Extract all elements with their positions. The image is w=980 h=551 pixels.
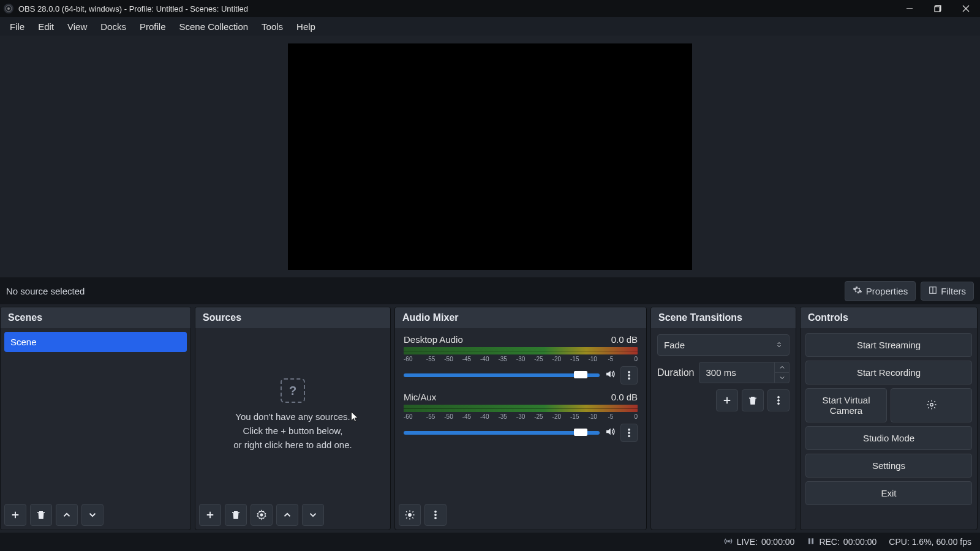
dock-sources: Sources ? You don't have any sources. Cl… bbox=[195, 307, 391, 530]
gear-icon bbox=[853, 285, 862, 297]
svg-point-12 bbox=[628, 371, 630, 373]
broadcast-icon bbox=[723, 536, 733, 548]
preview-canvas[interactable] bbox=[288, 43, 692, 270]
dock-transitions-title: Scene Transitions bbox=[651, 307, 796, 328]
source-toolbar: No source selected Properties Filters bbox=[0, 277, 980, 304]
duration-stepper[interactable]: 300 ms bbox=[699, 362, 790, 383]
menu-profile[interactable]: Profile bbox=[134, 19, 172, 34]
stepper-up[interactable] bbox=[775, 362, 790, 372]
menu-docks[interactable]: Docks bbox=[94, 19, 132, 34]
window-title: OBS 28.0.0 (64-bit, windows) - Profile: … bbox=[18, 4, 248, 13]
meter-ticks: -60-55-50-45-40-35-30-25-20-15-10-50 bbox=[404, 413, 638, 420]
speaker-icon[interactable] bbox=[605, 369, 616, 382]
track-menu-button[interactable] bbox=[620, 366, 638, 384]
speaker-icon[interactable] bbox=[605, 426, 616, 440]
svg-point-25 bbox=[930, 403, 933, 406]
svg-point-14 bbox=[628, 378, 630, 380]
filters-button[interactable]: Filters bbox=[921, 282, 974, 301]
svg-point-20 bbox=[435, 514, 437, 516]
scene-down-button[interactable] bbox=[81, 504, 104, 526]
start-virtual-camera-button[interactable]: Start Virtual Camera bbox=[805, 388, 887, 422]
transition-selected: Fade bbox=[664, 340, 685, 350]
dock-mixer-title: Audio Mixer bbox=[395, 307, 646, 328]
virtual-camera-settings-button[interactable] bbox=[891, 388, 972, 422]
audio-meter bbox=[404, 405, 638, 412]
transition-menu-button[interactable] bbox=[767, 389, 790, 411]
maximize-button[interactable] bbox=[924, 0, 952, 17]
audio-meter bbox=[404, 347, 638, 354]
menu-view[interactable]: View bbox=[61, 19, 93, 34]
svg-rect-27 bbox=[809, 538, 810, 544]
source-add-button[interactable] bbox=[199, 504, 221, 526]
svg-point-16 bbox=[628, 432, 630, 434]
gear-icon bbox=[926, 399, 937, 412]
track-menu-button[interactable] bbox=[620, 424, 638, 442]
scene-add-button[interactable] bbox=[4, 504, 26, 526]
mixer-settings-button[interactable] bbox=[399, 504, 421, 526]
menu-scene-collection[interactable]: Scene Collection bbox=[173, 19, 255, 34]
menu-help[interactable]: Help bbox=[290, 19, 322, 34]
svg-rect-28 bbox=[812, 538, 814, 544]
studio-mode-button[interactable]: Studio Mode bbox=[805, 426, 972, 450]
track-name: Desktop Audio bbox=[404, 334, 463, 345]
source-remove-button[interactable] bbox=[225, 504, 247, 526]
source-down-button[interactable] bbox=[302, 504, 324, 526]
source-status: No source selected bbox=[6, 286, 85, 296]
exit-button[interactable]: Exit bbox=[805, 481, 972, 505]
settings-button[interactable]: Settings bbox=[805, 454, 972, 478]
minimize-button[interactable] bbox=[895, 0, 924, 17]
svg-point-13 bbox=[628, 375, 630, 377]
filters-label: Filters bbox=[941, 286, 966, 296]
dock-scenes: Scenes Scene bbox=[0, 307, 191, 530]
close-button[interactable] bbox=[952, 0, 980, 17]
mixer-menu-button[interactable] bbox=[424, 504, 447, 526]
transition-remove-button[interactable] bbox=[742, 389, 764, 411]
sources-list[interactable]: ? You don't have any sources. Click the … bbox=[195, 328, 390, 500]
mixer-track-desktop: Desktop Audio 0.0 dB -60-55-50-45-40-35-… bbox=[400, 332, 641, 389]
track-name: Mic/Aux bbox=[404, 392, 436, 402]
transition-add-button[interactable] bbox=[716, 389, 738, 411]
svg-point-18 bbox=[409, 514, 412, 517]
scene-remove-button[interactable] bbox=[30, 504, 52, 526]
dock-sources-title: Sources bbox=[195, 307, 390, 328]
volume-slider[interactable] bbox=[404, 373, 600, 377]
svg-point-11 bbox=[260, 514, 263, 517]
source-up-button[interactable] bbox=[276, 504, 298, 526]
chevron-updown-icon bbox=[775, 340, 783, 350]
menu-file[interactable]: File bbox=[4, 19, 31, 34]
start-streaming-button[interactable]: Start Streaming bbox=[805, 333, 972, 357]
sources-empty-line1: You don't have any sources. bbox=[235, 411, 350, 422]
properties-button[interactable]: Properties bbox=[845, 281, 916, 301]
pause-icon bbox=[807, 537, 815, 547]
svg-point-23 bbox=[778, 400, 780, 402]
status-rec: REC: 00:00:00 bbox=[807, 537, 876, 547]
duration-label: Duration bbox=[657, 367, 694, 378]
app-icon bbox=[4, 4, 13, 13]
sources-empty: ? You don't have any sources. Click the … bbox=[199, 332, 386, 497]
scene-item[interactable]: Scene bbox=[4, 332, 187, 352]
dock-transitions: Scene Transitions Fade Duration 300 ms bbox=[650, 307, 796, 530]
menu-tools[interactable]: Tools bbox=[255, 19, 289, 34]
svg-rect-6 bbox=[935, 7, 940, 12]
transition-select[interactable]: Fade bbox=[657, 334, 790, 356]
status-cpu: CPU: 1.6%, 60.00 fps bbox=[889, 537, 971, 547]
svg-point-22 bbox=[778, 396, 780, 398]
svg-point-17 bbox=[628, 435, 630, 437]
properties-label: Properties bbox=[866, 286, 908, 296]
source-properties-button[interactable] bbox=[251, 504, 273, 526]
menubar: File Edit View Docks Profile Scene Colle… bbox=[0, 17, 980, 36]
question-icon: ? bbox=[281, 378, 305, 403]
titlebar: OBS 28.0.0 (64-bit, windows) - Profile: … bbox=[0, 0, 980, 17]
start-recording-button[interactable]: Start Recording bbox=[805, 361, 972, 384]
dock-controls-title: Controls bbox=[801, 307, 977, 328]
volume-slider[interactable] bbox=[404, 431, 600, 435]
dock-controls: Controls Start Streaming Start Recording… bbox=[800, 307, 978, 530]
duration-value[interactable]: 300 ms bbox=[699, 362, 775, 383]
stepper-down[interactable] bbox=[775, 372, 790, 383]
mixer-track-mic: Mic/Aux 0.0 dB -60-55-50-45-40-35-30-25-… bbox=[400, 389, 641, 447]
dock-audio-mixer: Audio Mixer Desktop Audio 0.0 dB -60-55-… bbox=[394, 307, 647, 530]
track-db: 0.0 dB bbox=[611, 392, 638, 402]
scene-up-button[interactable] bbox=[56, 504, 78, 526]
menu-edit[interactable]: Edit bbox=[32, 19, 60, 34]
meter-ticks: -60-55-50-45-40-35-30-25-20-15-10-50 bbox=[404, 356, 638, 362]
